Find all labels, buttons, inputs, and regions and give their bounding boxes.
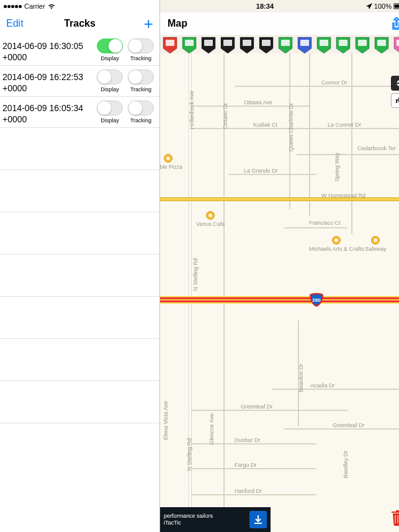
poi-marker[interactable]: Table Pizza [160,154,182,170]
street-label: Fargo Dr [235,462,257,468]
poi-marker[interactable]: Venus Cafe [196,211,225,227]
svg-text:280: 280 [312,297,321,303]
street-label: N Stelling Rd [186,438,192,471]
edit-button[interactable]: Edit [6,18,24,29]
add-button[interactable]: + [144,14,153,34]
street-label: La Grande Dr [244,168,278,174]
map-nav: Map [160,12,399,35]
pin-plane-down[interactable] [238,36,256,53]
street-label: Kodiak Ct [253,122,277,128]
track-timestamp: 2014-06-09 16:22:53 +0000 [2,70,92,94]
battery-label: 100% [374,2,392,10]
empty-row [0,339,159,381]
street-label: Bandley Dr [343,451,349,479]
svg-rect-7 [243,40,251,46]
wifi-icon [48,4,55,9]
track-row[interactable]: 2014-06-09 16:22:53 +0000DisplayTracking [0,66,159,97]
empty-row [0,170,159,212]
pin-runway[interactable] [258,36,275,53]
download-icon[interactable] [249,511,267,528]
tracking-toggle[interactable] [128,101,154,115]
street-label: Greenleaf Dr [241,404,273,410]
svg-rect-3 [166,40,174,46]
tracking-label: Tracking [130,117,151,124]
freeway [160,296,399,304]
map-mode-toggle[interactable] [391,76,399,91]
empty-row [0,212,159,255]
tracking-toggle[interactable] [128,38,154,53]
display-toggle[interactable] [97,70,123,84]
ad-text: performance sailors iTacTic [164,513,244,526]
street-label: Francisco Ct [309,220,341,226]
svg-rect-14 [377,40,386,46]
track-row[interactable]: 2014-06-09 16:05:34 +0000DisplayTracking [0,97,159,128]
road [191,410,347,411]
status-bar-right: 18:34 100% [160,0,399,12]
street-label: Cedarbrook Ter [357,145,396,151]
street-label: Glencoe Ave [208,413,215,445]
svg-rect-11 [320,40,328,46]
display-label: Display [101,55,119,61]
location-icon [366,3,372,9]
street-label: Hanford Dr [235,488,262,494]
carrier-label: Carrier [24,2,45,10]
map-view[interactable]: 280 performance sailors iTacTic Connor D… [160,53,399,532]
street-label: Hollenbeck Ave [189,91,195,129]
tracks-list[interactable]: 2014-06-09 16:30:05 +0000DisplayTracking… [0,35,159,532]
map-title: Map [168,18,187,29]
pin-flag[interactable] [354,36,371,53]
svg-rect-13 [358,40,367,46]
display-toggle[interactable] [97,101,123,115]
share-button[interactable] [391,17,399,30]
pin-gift[interactable] [392,36,399,53]
tracking-label: Tracking [130,86,151,92]
delete-button[interactable] [391,510,399,526]
road [235,86,399,87]
street-label: Beardon Dr [298,364,304,392]
pin-bridge[interactable] [219,36,236,53]
pin-plane-up[interactable] [181,36,198,53]
ad-banner[interactable]: performance sailors iTacTic [160,507,271,532]
svg-rect-12 [339,40,347,46]
street-label: Greenleaf Dr [333,422,365,428]
empty-row [0,255,159,297]
pin-bank[interactable] [334,36,352,53]
map-panel: 18:34 100% Map [160,0,399,532]
empty-row [0,381,159,423]
pin-tower[interactable] [200,36,217,53]
display-label: Display [101,117,119,124]
street-label: Dunbar Dr [235,437,261,443]
svg-rect-15 [397,40,399,46]
pin-category-strip[interactable] [160,35,399,53]
street-label: Elena Vista Ave [163,401,169,440]
track-row[interactable]: 2014-06-09 16:30:05 +0000DisplayTracking [0,35,159,66]
display-label: Display [101,86,119,92]
pin-bird[interactable] [373,36,390,53]
pin-radar2[interactable] [296,36,313,53]
street-label: W Homestead Rd [321,192,365,199]
street-label: Ontario Dr [222,103,228,129]
svg-rect-5 [204,40,213,46]
street-label: Spring Way [334,153,340,181]
svg-rect-6 [223,40,232,46]
street-label: Connor Dr [321,79,347,86]
track-timestamp: 2014-06-09 16:30:05 +0000 [2,38,92,63]
svg-rect-9 [281,40,290,46]
poi-marker[interactable]: Michaels Arts & Crafts [309,236,364,252]
road [309,53,310,215]
pin-pillar[interactable] [315,36,333,53]
time-label: 18:34 [256,2,274,10]
display-toggle[interactable] [97,38,123,53]
road [351,53,352,234]
tracking-toggle[interactable] [128,70,154,84]
map-route-toggle[interactable] [391,93,399,108]
tracks-nav: Edit Tracks + [0,12,159,35]
tracks-title: Tracks [0,18,159,29]
status-bar-left: Carrier [0,0,159,12]
battery-icon [393,3,399,9]
pin-radar[interactable] [277,36,294,53]
poi-marker[interactable]: Safeway [365,236,387,252]
svg-rect-4 [185,40,194,46]
road [272,389,399,390]
pin-camera[interactable] [161,36,179,53]
